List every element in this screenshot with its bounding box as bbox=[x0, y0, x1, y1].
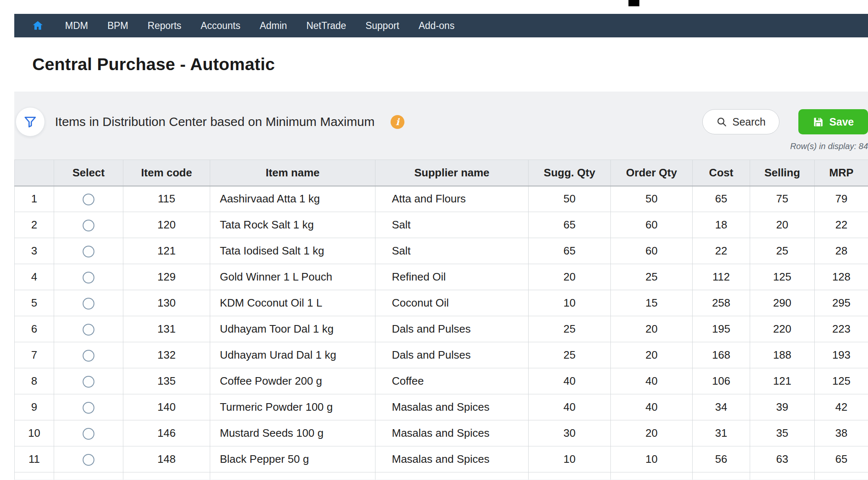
cell-select bbox=[54, 446, 123, 472]
row-select-radio[interactable] bbox=[83, 194, 94, 205]
info-icon[interactable]: i bbox=[391, 115, 404, 129]
nav-item-mdm[interactable]: MDM bbox=[55, 14, 98, 37]
cell-select bbox=[54, 342, 123, 368]
cell-item_code: 130 bbox=[123, 290, 210, 316]
column-header-supplier_name: Supplier name bbox=[375, 160, 529, 186]
nav-item-nettrade[interactable]: NetTrade bbox=[297, 14, 356, 37]
cell-item_name: KDM Coconut Oil 1 L bbox=[210, 290, 375, 316]
search-button[interactable]: Search bbox=[702, 109, 779, 134]
cell-item_code: 129 bbox=[123, 264, 210, 290]
save-button-label: Save bbox=[829, 116, 854, 128]
row-select-radio[interactable] bbox=[83, 350, 94, 362]
row-select-radio[interactable] bbox=[83, 454, 94, 466]
column-header-select: Select bbox=[54, 160, 123, 186]
nav-item-support[interactable]: Support bbox=[356, 14, 409, 37]
cell-cost: 195 bbox=[693, 316, 750, 342]
cell-item_name: Aashirvaad Atta 1 kg bbox=[210, 186, 375, 212]
cell-sugg_qty: 50 bbox=[529, 186, 611, 212]
cell-mrp: 128 bbox=[815, 264, 868, 290]
cell-partial bbox=[529, 472, 611, 480]
home-icon[interactable] bbox=[32, 20, 44, 31]
cell-mrp: 22 bbox=[815, 212, 868, 238]
cell-selling: 290 bbox=[750, 290, 815, 316]
cell-item_code: 140 bbox=[123, 394, 210, 420]
row-select-radio[interactable] bbox=[83, 324, 94, 336]
table-row: 9140Turmeric Powder 100 gMasalas and Spi… bbox=[15, 394, 868, 420]
cell-cost: 18 bbox=[693, 212, 750, 238]
cell-selling: 39 bbox=[750, 394, 815, 420]
cell-supplier_name: Coconut Oil bbox=[375, 290, 529, 316]
cell-selling: 220 bbox=[750, 316, 815, 342]
nav-item-admin[interactable]: Admin bbox=[250, 14, 297, 37]
cell-selling: 75 bbox=[750, 186, 815, 212]
cell-item_name: Tata Iodised Salt 1 kg bbox=[210, 238, 375, 264]
cell-supplier_name: Atta and Flours bbox=[375, 186, 529, 212]
row-select-radio[interactable] bbox=[83, 402, 94, 414]
cell-order_qty: 60 bbox=[611, 238, 693, 264]
table-row-partial bbox=[15, 472, 868, 480]
cell-supplier_name: Refined Oil bbox=[375, 264, 529, 290]
table-row: 6131Udhayam Toor Dal 1 kgDals and Pulses… bbox=[15, 316, 868, 342]
cell-item_name: Turmeric Powder 100 g bbox=[210, 394, 375, 420]
column-header-sugg_qty: Sugg. Qty bbox=[529, 160, 611, 186]
save-button[interactable]: Save bbox=[798, 109, 868, 134]
cell-mrp: 65 bbox=[815, 446, 868, 472]
cell-cost: 112 bbox=[693, 264, 750, 290]
cell-supplier_name: Masalas and Spices bbox=[375, 446, 529, 472]
column-header-mrp: MRP bbox=[815, 160, 868, 186]
cell-partial bbox=[54, 472, 123, 480]
cell-item_code: 135 bbox=[123, 368, 210, 394]
table-row: 8135Coffee Powder 200 gCoffee40401061211… bbox=[15, 368, 868, 394]
cell-supplier_name: Coffee bbox=[375, 368, 529, 394]
nav-item-addons[interactable]: Add-ons bbox=[409, 14, 464, 37]
save-floppy-icon bbox=[813, 116, 824, 128]
cell-sugg_qty: 20 bbox=[529, 264, 611, 290]
cell-supplier_name: Dals and Pulses bbox=[375, 342, 529, 368]
cell-partial bbox=[750, 472, 815, 480]
cell-partial bbox=[815, 472, 868, 480]
filter-button[interactable] bbox=[16, 107, 45, 136]
row-select-radio[interactable] bbox=[83, 428, 94, 440]
table-row: 7132Udhayam Urad Dal 1 kgDals and Pulses… bbox=[15, 342, 868, 368]
nav-item-bpm[interactable]: BPM bbox=[98, 14, 138, 37]
cell-sno: 11 bbox=[15, 446, 54, 472]
cell-sugg_qty: 40 bbox=[529, 394, 611, 420]
cell-selling: 188 bbox=[750, 342, 815, 368]
cell-item_name: Black Pepper 50 g bbox=[210, 446, 375, 472]
row-select-radio[interactable] bbox=[83, 376, 94, 388]
row-select-radio[interactable] bbox=[83, 272, 94, 283]
cell-partial bbox=[611, 472, 693, 480]
toolbar: Items in Distribution Center based on Mi… bbox=[14, 107, 868, 137]
table-row: 10146Mustard Seeds 100 gMasalas and Spic… bbox=[15, 420, 868, 446]
cell-sugg_qty: 25 bbox=[529, 316, 611, 342]
cell-cost: 31 bbox=[693, 420, 750, 446]
cell-mrp: 38 bbox=[815, 420, 868, 446]
cell-mrp: 223 bbox=[815, 316, 868, 342]
cell-item_code: 131 bbox=[123, 316, 210, 342]
cell-order_qty: 20 bbox=[611, 316, 693, 342]
cell-order_qty: 10 bbox=[611, 446, 693, 472]
page-title: Central Purchase - Automatic bbox=[32, 55, 275, 74]
nav-item-reports[interactable]: Reports bbox=[138, 14, 191, 37]
cell-order_qty: 25 bbox=[611, 264, 693, 290]
cell-sugg_qty: 10 bbox=[529, 290, 611, 316]
cell-supplier_name: Salt bbox=[375, 212, 529, 238]
cell-sno: 9 bbox=[15, 394, 54, 420]
cell-sno: 10 bbox=[15, 420, 54, 446]
cell-select bbox=[54, 290, 123, 316]
table-row: 5130KDM Coconut Oil 1 LCoconut Oil101525… bbox=[15, 290, 868, 316]
row-select-radio[interactable] bbox=[83, 246, 94, 257]
column-header-item_code: Item code bbox=[123, 160, 210, 186]
row-select-radio[interactable] bbox=[83, 298, 94, 310]
items-table: SelectItem codeItem nameSupplier nameSug… bbox=[14, 160, 868, 480]
cell-supplier_name: Dals and Pulses bbox=[375, 316, 529, 342]
filter-funnel-icon bbox=[23, 115, 37, 129]
row-select-radio[interactable] bbox=[83, 220, 94, 231]
cell-item_code: 121 bbox=[123, 238, 210, 264]
nav-item-accounts[interactable]: Accounts bbox=[191, 14, 250, 37]
title-bar: Central Purchase - Automatic bbox=[14, 37, 868, 92]
cell-sugg_qty: 30 bbox=[529, 420, 611, 446]
section-heading: Items in Distribution Center based on Mi… bbox=[55, 115, 375, 129]
cell-select bbox=[54, 420, 123, 446]
top-navigation: MDM BPM Reports Accounts Admin NetTrade … bbox=[14, 14, 868, 37]
